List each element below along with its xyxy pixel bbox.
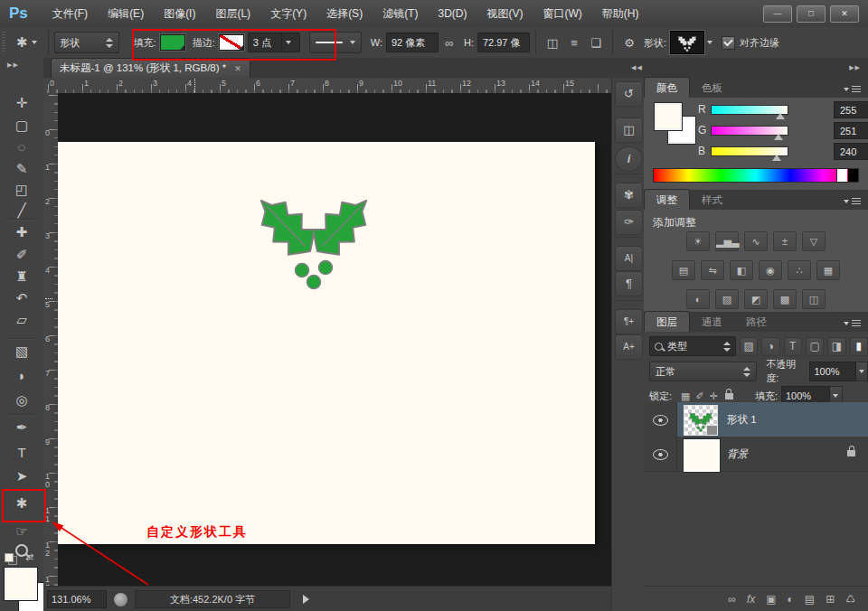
shape-picker[interactable] [670,31,704,54]
paragraph-styles-panel-icon[interactable]: ¶+ [615,309,643,334]
threshold-button[interactable]: ◩ [744,289,768,309]
white-swatch[interactable] [836,169,847,182]
filter-switch-button[interactable]: ▮ [850,337,868,356]
align-edges-checkbox[interactable] [722,36,735,50]
layer-row-background[interactable]: 背景 [644,437,868,472]
maximize-button[interactable]: □ [797,5,826,23]
character-styles-panel-icon[interactable]: A+ [615,334,643,360]
properties-panel-icon[interactable]: ◫ [615,118,643,143]
selective-color-button[interactable]: ◫ [802,289,826,309]
exposure-button[interactable]: ± [773,231,797,251]
horizontal-ruler[interactable]: 0 1 2 3 4 5 6 7 8 9 10 11 12 13 14 15 [43,78,611,94]
color-lookup-button[interactable]: ▦ [816,260,840,280]
opacity-input[interactable]: 100% [809,362,855,381]
toolbar-expand-icon[interactable]: ▶▶ [7,61,19,69]
gradient-map-button[interactable]: ▩ [773,289,797,309]
document-tab[interactable]: 未标题-1 @ 131% (形状 1, RGB/8) * ✕ [51,58,250,78]
lock-all-button[interactable] [725,393,733,400]
lock-position-button[interactable]: ✛ [710,390,718,402]
quick-selection-tool[interactable]: ✎ [8,159,35,179]
panel-menu-icon[interactable] [844,86,861,92]
menu-select[interactable]: 选择(S) [316,0,373,27]
type-tool[interactable]: T [8,443,35,463]
vibrance-button[interactable]: ▽ [802,231,826,251]
filter-type-layers-button[interactable]: T [784,337,802,356]
g-slider-thumb[interactable] [774,134,783,140]
visibility-cell[interactable] [644,402,677,437]
tab-paths[interactable]: 路径 [734,312,778,332]
g-value-input[interactable]: 251 [834,122,868,139]
link-layers-button[interactable]: ∞ [728,593,736,606]
foreground-color-swatch[interactable] [655,103,682,130]
tool-preset-picker[interactable]: ✱ [16,34,37,51]
b-slider-thumb[interactable] [772,155,781,161]
filter-smart-objects-button[interactable]: ◨ [827,337,845,356]
tab-layers[interactable]: 图层 [644,311,690,332]
r-value-input[interactable]: 255 [834,101,868,118]
delete-layer-button[interactable]: ♺ [845,593,855,606]
opacity-dropdown[interactable] [856,362,868,381]
layer-name[interactable]: 背景 [727,447,748,461]
paragraph-panel-icon[interactable]: ¶ [615,271,643,296]
close-button[interactable]: ✕ [830,5,859,23]
b-value-input[interactable]: 240 [834,143,868,160]
path-operations-button[interactable]: ◫ [542,33,563,52]
layer-name[interactable]: 形状 1 [727,413,757,427]
height-input[interactable]: 72.97 像 [477,33,530,52]
add-layer-mask-button[interactable]: ▣ [766,593,776,606]
visibility-cell[interactable] [644,437,677,471]
black-swatch[interactable] [848,169,858,182]
levels-button[interactable]: ▂▅▃ [715,231,739,251]
holly-shape-layer[interactable] [250,181,377,294]
tab-styles[interactable]: 样式 [690,190,734,210]
zoom-level-input[interactable]: 131.06% [47,590,107,608]
new-layer-button[interactable]: ⊞ [826,593,835,606]
curves-button[interactable]: ∿ [744,231,768,251]
lasso-tool[interactable]: ◌ [8,137,35,157]
swap-colors-icon[interactable]: ⇄ [25,551,33,563]
path-selection-tool[interactable]: ➤ [8,466,35,486]
invert-button[interactable]: ◐ [686,289,710,309]
photo-filter-button[interactable]: ◉ [759,260,782,280]
tool-mode-select[interactable]: 形状 [54,32,119,53]
rail-expand-icon[interactable]: ◀◀ [631,64,643,71]
status-menu-arrow-icon[interactable] [303,595,309,604]
new-adjustment-layer-button[interactable]: ◐ [788,593,794,606]
brightness-contrast-button[interactable]: ☀ [686,231,710,251]
link-dimensions-icon[interactable]: ∞ [439,33,460,52]
dodge-tool[interactable]: ◎ [8,390,35,410]
panel-menu-icon[interactable] [844,198,861,204]
history-panel-icon[interactable]: ↺ [615,81,643,107]
new-group-button[interactable]: ▤ [805,593,815,606]
filter-pixel-layers-button[interactable]: ▨ [740,337,758,356]
crop-tool[interactable]: ◰ [8,180,35,200]
menu-image[interactable]: 图像(I) [154,0,205,27]
color-spectrum-bar[interactable] [653,168,859,183]
width-input[interactable]: 92 像素 [386,33,439,52]
brush-presets-panel-icon[interactable]: ✑ [615,210,643,235]
path-alignment-button[interactable]: ≡ [563,33,585,52]
filter-adjustment-layers-button[interactable]: ◑ [761,337,779,356]
menu-view[interactable]: 视图(V) [476,0,533,27]
menu-help[interactable]: 帮助(H) [592,0,649,27]
move-tool[interactable]: ✛ [8,93,35,113]
posterize-button[interactable]: ▨ [715,289,739,309]
layer-row-shape1[interactable]: 形状 1 [644,402,868,437]
menu-layer[interactable]: 图层(L) [205,0,260,27]
history-brush-tool[interactable]: ↶ [8,288,35,308]
tool-presets-panel-icon[interactable]: ✾ [615,183,643,208]
default-colors-icon[interactable] [5,553,17,565]
lock-image-button[interactable]: ✐ [695,390,703,402]
pen-tool[interactable]: ✒ [8,418,35,437]
tab-color[interactable]: 颜色 [644,77,690,98]
gradient-tool[interactable]: ▧ [8,342,35,362]
info-panel-icon[interactable]: i [615,146,643,172]
layer-filter-type-select[interactable]: 类型 [649,336,736,356]
lock-transparency-button[interactable]: ▦ [681,390,690,402]
layer-thumbnail[interactable] [684,405,718,436]
eraser-tool[interactable]: ▱ [8,310,35,330]
layer-thumbnail[interactable] [684,439,720,472]
foreground-color-swatch[interactable] [5,568,37,600]
hand-tool[interactable]: ☞ [8,522,35,541]
minimize-button[interactable]: — [763,5,792,23]
